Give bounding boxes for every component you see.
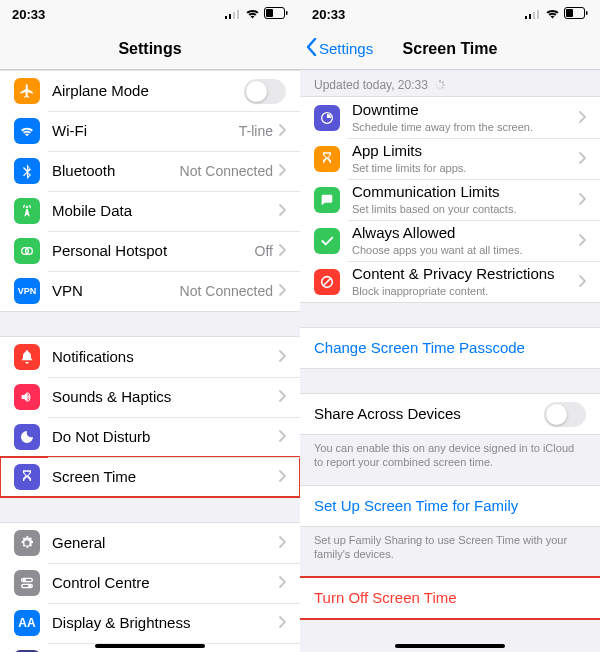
- row-screen-time[interactable]: Screen Time: [0, 457, 300, 497]
- row-label: Screen Time: [52, 468, 279, 486]
- row-notifications[interactable]: Notifications: [0, 337, 300, 377]
- chevron-right-icon: [579, 192, 586, 208]
- home-indicator[interactable]: [95, 644, 205, 648]
- row-app-limits[interactable]: App Limits Set time limits for apps.: [300, 138, 600, 179]
- aa-icon: AA: [14, 610, 40, 636]
- status-time: 20:33: [12, 7, 45, 22]
- bell-icon: [14, 344, 40, 370]
- row-label: Do Not Disturb: [52, 428, 279, 446]
- group-turn-off: Turn Off Screen Time: [300, 577, 600, 619]
- turn-off-link: Turn Off Screen Time: [314, 589, 586, 607]
- row-label: App Limits: [352, 142, 579, 160]
- row-label: Always Allowed: [352, 224, 579, 242]
- chevron-left-icon: [306, 38, 317, 59]
- speaker-icon: [14, 384, 40, 410]
- cellular-signal-icon: [525, 7, 541, 22]
- row-value: Off: [255, 243, 273, 259]
- hourglass-icon: [314, 146, 340, 172]
- row-communication-limits[interactable]: Communication Limits Set limits based on…: [300, 179, 600, 220]
- nav-bar: Settings Screen Time: [300, 28, 600, 70]
- row-label: General: [52, 534, 279, 552]
- airplane-toggle[interactable]: [244, 79, 286, 104]
- row-value: T-line: [239, 123, 273, 139]
- family-footer: Set up Family Sharing to use Screen Time…: [300, 527, 600, 565]
- row-turn-off[interactable]: Turn Off Screen Time: [300, 578, 600, 618]
- row-change-passcode[interactable]: Change Screen Time Passcode: [300, 328, 600, 368]
- group-share: Share Across Devices: [300, 393, 600, 435]
- bluetooth-icon: [14, 158, 40, 184]
- status-bar: 20:33: [0, 0, 300, 28]
- row-wifi[interactable]: Wi-Fi T-line: [0, 111, 300, 151]
- airplane-icon: [14, 78, 40, 104]
- svg-rect-28: [566, 9, 573, 17]
- row-general[interactable]: General: [0, 523, 300, 563]
- block-icon: [314, 269, 340, 295]
- svg-rect-5: [266, 9, 273, 17]
- row-label: VPN: [52, 282, 180, 300]
- row-sub: Schedule time away from the screen.: [352, 120, 579, 134]
- battery-icon: [564, 7, 588, 22]
- row-label: Bluetooth: [52, 162, 180, 180]
- screen-time-content[interactable]: Updated today, 20:33 Downtime Schedule t…: [300, 70, 600, 652]
- family-link: Set Up Screen Time for Family: [314, 497, 586, 515]
- row-bluetooth[interactable]: Bluetooth Not Connected: [0, 151, 300, 191]
- chevron-right-icon: [279, 575, 286, 591]
- row-family-setup[interactable]: Set Up Screen Time for Family: [300, 486, 600, 526]
- svg-rect-3: [237, 10, 239, 19]
- row-sub: Set time limits for apps.: [352, 161, 579, 175]
- nav-bar: Settings: [0, 28, 300, 70]
- row-label: Notifications: [52, 348, 279, 366]
- antenna-icon: [14, 198, 40, 224]
- svg-rect-6: [286, 11, 288, 15]
- back-button[interactable]: Settings: [306, 38, 373, 59]
- svg-rect-25: [533, 12, 535, 19]
- row-label: Control Centre: [52, 574, 279, 592]
- group-notifications: Notifications Sounds & Haptics Do Not Di…: [0, 336, 300, 498]
- row-sub: Choose apps you want at all times.: [352, 243, 579, 257]
- row-always-allowed[interactable]: Always Allowed Choose apps you want at a…: [300, 220, 600, 261]
- vpn-icon: VPN: [14, 278, 40, 304]
- row-downtime[interactable]: Downtime Schedule time away from the scr…: [300, 97, 600, 138]
- svg-rect-1: [229, 14, 231, 19]
- spinner-icon: [434, 79, 446, 91]
- share-toggle[interactable]: [544, 402, 586, 427]
- chat-icon: [314, 187, 340, 213]
- svg-rect-32: [442, 85, 445, 86]
- chevron-right-icon: [279, 429, 286, 445]
- wifi-settings-icon: [14, 118, 40, 144]
- row-mobile-data[interactable]: Mobile Data: [0, 191, 300, 231]
- home-indicator[interactable]: [395, 644, 505, 648]
- check-icon: [314, 228, 340, 254]
- svg-rect-35: [436, 86, 438, 88]
- chevron-right-icon: [279, 203, 286, 219]
- status-indicators: [525, 7, 588, 22]
- row-control-centre[interactable]: Control Centre: [0, 563, 300, 603]
- svg-rect-2: [233, 12, 235, 19]
- settings-screen: 20:33 Settings Airplane Mode Wi-Fi T-lin…: [0, 0, 300, 652]
- row-display-brightness[interactable]: AA Display & Brightness: [0, 603, 300, 643]
- row-share-devices[interactable]: Share Across Devices: [300, 394, 600, 434]
- settings-list[interactable]: Airplane Mode Wi-Fi T-line Bluetooth Not…: [0, 70, 300, 652]
- svg-point-12: [29, 585, 31, 587]
- row-label: Content & Privacy Restrictions: [352, 265, 579, 283]
- row-airplane-mode[interactable]: Airplane Mode: [0, 71, 300, 111]
- chevron-right-icon: [279, 615, 286, 631]
- svg-rect-31: [441, 81, 443, 83]
- updated-label: Updated today, 20:33: [300, 70, 600, 96]
- row-label: Communication Limits: [352, 183, 579, 201]
- chevron-right-icon: [279, 535, 286, 551]
- chevron-right-icon: [279, 123, 286, 139]
- battery-icon: [264, 7, 288, 22]
- row-do-not-disturb[interactable]: Do Not Disturb: [0, 417, 300, 457]
- row-vpn[interactable]: VPN VPN Not Connected: [0, 271, 300, 311]
- row-content-privacy[interactable]: Content & Privacy Restrictions Block ina…: [300, 261, 600, 302]
- svg-rect-29: [586, 11, 588, 15]
- svg-rect-33: [441, 86, 443, 88]
- row-sounds[interactable]: Sounds & Haptics: [0, 377, 300, 417]
- row-personal-hotspot[interactable]: Personal Hotspot Off: [0, 231, 300, 271]
- row-label: Wi-Fi: [52, 122, 239, 140]
- chevron-right-icon: [279, 283, 286, 299]
- chevron-right-icon: [279, 469, 286, 485]
- svg-rect-30: [439, 80, 440, 83]
- row-label: Display & Brightness: [52, 614, 279, 632]
